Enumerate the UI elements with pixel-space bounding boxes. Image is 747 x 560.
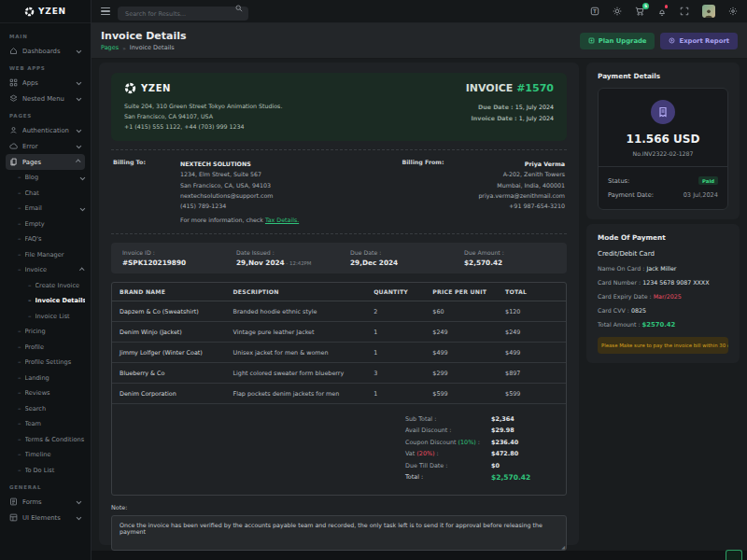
sidebar-item-invoice[interactable]: –Invoice	[6, 262, 85, 278]
app-window: YZEN MAIN Dashboards WEB APPS Apps Neste…	[0, 0, 747, 560]
home-icon	[9, 47, 18, 55]
sidebar-item-profile[interactable]: –Profile	[6, 340, 85, 356]
sidebar-item-authentication[interactable]: Authentication	[6, 122, 85, 138]
cart-badge: 5	[642, 3, 649, 9]
sidebar-item-dashboards[interactable]: Dashboards	[6, 43, 85, 59]
meta-due-amount: Due Amount : $2,570.42	[453, 249, 567, 267]
sidebar-item-apps[interactable]: Apps	[6, 75, 85, 91]
chevron-down-icon	[76, 79, 80, 84]
sidebar-item-empty[interactable]: –Empty	[6, 217, 85, 232]
sidebar-item-email[interactable]: –Email	[6, 201, 85, 217]
right-panel: Payment Details 11.566 USD No.INV2322-02…	[586, 63, 740, 545]
sidebar-item-terms-conditions[interactable]: –Terms & Conditions	[6, 432, 85, 448]
summary-due-till-date: Due Till Date :$0	[120, 462, 558, 469]
table-header-row: BRAND NAME DESCRIPTION QUANTITY PRICE PE…	[112, 283, 566, 301]
top-header: T 5	[92, 0, 747, 23]
invoice-letterhead: YZEN Suite 204, 310 Green Street Tokyo A…	[111, 73, 567, 141]
invoice-dates: Due Date : 15, July 2024 Invoice Date : …	[466, 102, 554, 124]
sidebar-section-main: MAIN	[9, 34, 85, 39]
grid-icon	[9, 78, 18, 87]
note-textarea[interactable]: Once the invoice has been verified by th…	[111, 515, 567, 551]
sidebar-item-profile-settings[interactable]: –Profile Settings	[6, 355, 85, 371]
brand-name: YZEN	[38, 7, 66, 16]
sidebar-item-label: Authentication	[22, 127, 72, 134]
payment-date-row: Payment Date: 03 Jul,2024	[608, 188, 718, 202]
scroll-top-button[interactable]	[726, 550, 742, 560]
hamburger-menu-icon[interactable]	[101, 7, 110, 15]
sidebar-item-invoice-list[interactable]: –Invoice List	[6, 309, 85, 325]
bell-icon[interactable]	[657, 7, 667, 16]
payment-method: Credit/Debit Card	[598, 250, 728, 258]
sidebar-item-to-do-list[interactable]: –To Do List	[6, 463, 85, 479]
translate-icon[interactable]: T	[590, 7, 599, 16]
ui-elements-icon	[9, 513, 18, 522]
sidebar-item-landing[interactable]: –Landing	[6, 371, 85, 386]
plan-upgrade-button[interactable]: Plan Upgrade	[580, 33, 655, 49]
sidebar-section-pages: PAGES	[9, 113, 85, 119]
sidebar-item-search[interactable]: –Search	[6, 401, 85, 417]
meta-due-date: Due Date : 29,Dec 2024	[339, 249, 453, 267]
table-row: Blueberry & CoLight colored sweater form…	[112, 363, 566, 384]
breadcrumb-separator: »	[122, 45, 126, 51]
payment-summary-box: 11.566 USD No.INV2322-02-1287 Status: Pa…	[598, 88, 728, 210]
breadcrumb-pages[interactable]: Pages	[101, 44, 119, 51]
sidebar-item-ui-elements[interactable]: UI Elements	[6, 510, 85, 525]
table-row: Denim Winjo (Jacket)Vintage pure leather…	[112, 322, 566, 343]
sidebar: YZEN MAIN Dashboards WEB APPS Apps Neste…	[0, 0, 92, 560]
upgrade-icon	[588, 37, 595, 44]
brand-logo[interactable]: YZEN	[0, 0, 91, 23]
sidebar-item-forms[interactable]: Forms	[6, 494, 85, 510]
sidebar-item-create-invoice[interactable]: –Create Invoice	[6, 278, 85, 294]
invoice-number: INVOICE #1570	[466, 82, 554, 94]
theme-toggle-icon[interactable]	[613, 7, 622, 16]
brand-logo-icon	[124, 82, 136, 94]
sidebar-item-blog[interactable]: –Blog	[6, 170, 85, 186]
user-icon	[9, 126, 18, 134]
invoice-card: YZEN Suite 204, 310 Green Street Tokyo A…	[99, 63, 579, 545]
table-row: Jimmy Lolfger (Winter Coat)Unisex jacket…	[112, 343, 566, 363]
header-icons: T 5	[590, 5, 738, 18]
search-input[interactable]	[118, 7, 248, 21]
search-box[interactable]	[118, 2, 248, 21]
page-title: Invoice Details	[101, 30, 187, 42]
sidebar-item-chat[interactable]: –Chat	[6, 186, 85, 202]
content-area: YZEN Suite 204, 310 Green Street Tokyo A…	[92, 59, 747, 551]
sidebar-item-invoice-details[interactable]: –Invoice Details	[6, 293, 85, 309]
sidebar-item-label: Apps	[22, 79, 72, 87]
export-icon	[669, 37, 675, 44]
tax-details-link[interactable]: Tax Details.	[265, 217, 299, 223]
resize-handle[interactable]: ◢	[561, 544, 565, 550]
sidebar-item-nested-menu[interactable]: Nested Menu	[6, 91, 85, 106]
export-report-button[interactable]: Export Report	[660, 33, 738, 49]
sidebar-item-file-manager[interactable]: –File Manager	[6, 247, 85, 263]
cart-icon[interactable]: 5	[635, 7, 644, 16]
avatar[interactable]	[702, 5, 715, 18]
invoice-note: Note: Once the invoice has been verified…	[111, 504, 567, 551]
invoice-company-address: Suite 204, 310 Green Street Tokyo Animat…	[124, 101, 466, 132]
brand-logo-icon	[24, 7, 35, 17]
sidebar-item-pages[interactable]: Pages	[6, 154, 85, 170]
sidebar-section-web-apps: WEB APPS	[9, 65, 85, 71]
main-column: T 5 Invoice Details Pages » Invoice Deta…	[92, 0, 747, 560]
sidebar-item-pricing[interactable]: –Pricing	[6, 324, 85, 340]
sidebar-item-reviews[interactable]: –Reviews	[6, 385, 85, 401]
sidebar-item-team[interactable]: –Team	[6, 416, 85, 432]
sidebar-item-timeline[interactable]: –Timeline	[6, 447, 85, 463]
invoice-summary: Sub Total :$2,364 Avail Discount :$29.98…	[112, 404, 566, 495]
chevron-up-icon	[76, 160, 80, 164]
payment-receipt-icon	[651, 100, 675, 124]
table-row: Dapzem & Co (Sweatshirt)Branded hoodie e…	[112, 301, 566, 322]
sidebar-item-label: Pages	[22, 159, 72, 166]
sidebar-item-label: Error	[22, 143, 72, 150]
card-name-row: Name On Card : Jack Miller	[598, 265, 728, 272]
cloud-icon	[9, 142, 18, 150]
footer-bar	[92, 551, 747, 560]
layers-icon	[9, 94, 18, 103]
settings-icon[interactable]	[728, 7, 738, 16]
sidebar-item-error[interactable]: Error	[6, 138, 85, 154]
mode-of-payment-card: Mode Of Payment Credit/Debit Card Name O…	[586, 224, 740, 363]
fullscreen-icon[interactable]	[680, 7, 689, 16]
search-icon[interactable]	[235, 5, 243, 12]
payment-details-title: Payment Details	[598, 72, 728, 80]
sidebar-item-faqs[interactable]: –FAQ's	[6, 231, 85, 247]
